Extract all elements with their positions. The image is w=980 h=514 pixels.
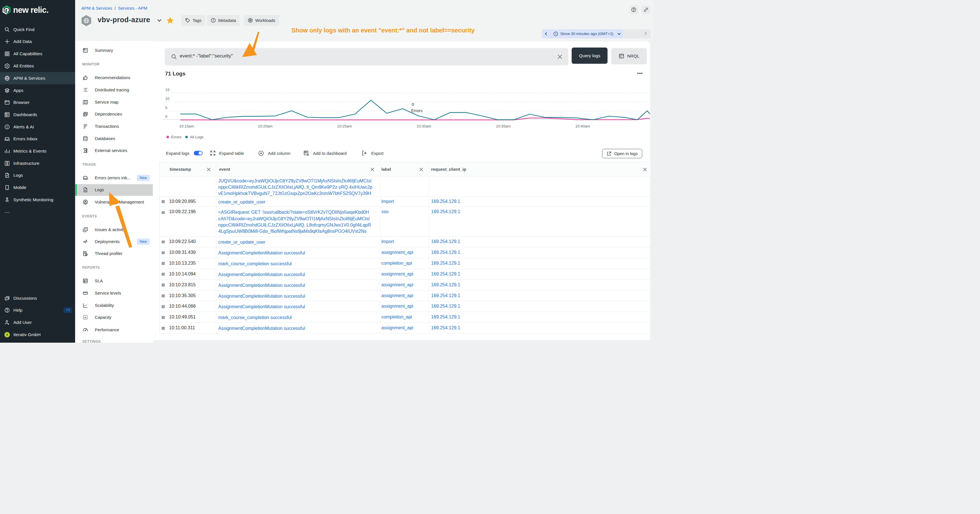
svg-text:10:15am: 10:15am — [179, 124, 194, 128]
svg-text:10:30am: 10:30am — [417, 124, 431, 128]
svg-text:0: 0 — [412, 102, 414, 107]
svg-text:new relic.: new relic. — [13, 5, 48, 14]
svg-text:Errors: Errors — [411, 108, 423, 113]
svg-text:10:40am: 10:40am — [575, 124, 590, 128]
svg-text:10:20am: 10:20am — [258, 124, 273, 128]
svg-text:15: 15 — [165, 88, 170, 92]
svg-text:5: 5 — [165, 106, 167, 110]
svg-text:10: 10 — [165, 97, 170, 101]
svg-text:0: 0 — [165, 115, 167, 119]
svg-text:10:35am: 10:35am — [496, 124, 511, 128]
svg-text:10:25am: 10:25am — [337, 124, 352, 128]
